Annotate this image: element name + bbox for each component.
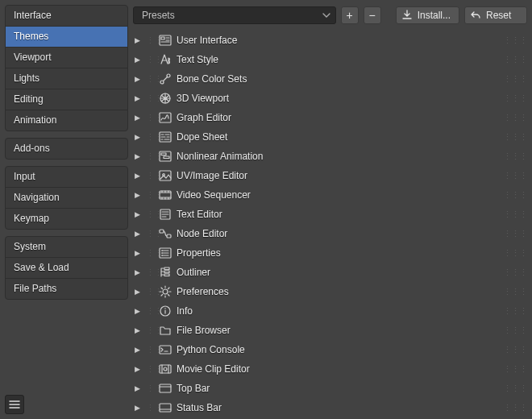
disclosure-triangle-icon[interactable]: ▶: [133, 172, 141, 180]
drag-grip-icon[interactable]: ⋮⋮: [146, 248, 154, 259]
drag-grip-icon[interactable]: ⋮⋮: [146, 229, 154, 239]
drag-grip-icon[interactable]: ⋮⋮: [146, 55, 154, 65]
disclosure-triangle-icon[interactable]: ▶: [133, 210, 141, 218]
disclosure-triangle-icon[interactable]: ▶: [133, 114, 141, 122]
disclosure-triangle-icon[interactable]: ▶: [133, 56, 141, 64]
drag-grip-icon[interactable]: ⋮⋮⋮: [503, 345, 527, 355]
drag-grip-icon[interactable]: ⋮⋮⋮: [503, 403, 527, 413]
sidebar-item-themes[interactable]: Themes: [6, 27, 127, 48]
disclosure-triangle-icon[interactable]: ▶: [133, 268, 141, 276]
theme-section-label[interactable]: Properties: [177, 247, 498, 259]
theme-section-label[interactable]: Status Bar: [177, 402, 498, 413]
sidebar-item-interface[interactable]: Interface: [6, 6, 127, 27]
theme-section-label[interactable]: Python Console: [177, 344, 498, 355]
drag-grip-icon[interactable]: ⋮⋮⋮: [503, 364, 527, 375]
theme-section-label[interactable]: Info: [177, 305, 498, 317]
disclosure-triangle-icon[interactable]: ▶: [133, 404, 141, 412]
disclosure-triangle-icon[interactable]: ▶: [133, 307, 141, 315]
sidebar-item-file-paths[interactable]: File Paths: [6, 279, 127, 299]
sidebar-item-animation[interactable]: Animation: [6, 110, 127, 131]
presets-dropdown[interactable]: Presets: [133, 6, 336, 24]
sidebar-item-editing[interactable]: Editing: [6, 89, 127, 110]
theme-section-label[interactable]: Node Editor: [177, 228, 498, 239]
drag-grip-icon[interactable]: ⋮⋮⋮: [503, 326, 527, 336]
drag-grip-icon[interactable]: ⋮⋮⋮: [503, 190, 527, 201]
disclosure-triangle-icon[interactable]: ▶: [133, 191, 141, 199]
sidebar-item-navigation[interactable]: Navigation: [6, 188, 127, 209]
theme-section-label[interactable]: Graph Editor: [177, 112, 498, 123]
theme-section-label[interactable]: User Interface: [177, 35, 498, 46]
theme-section-label[interactable]: UV/Image Editor: [177, 170, 498, 181]
disclosure-triangle-icon[interactable]: ▶: [133, 36, 141, 44]
drag-grip-icon[interactable]: ⋮⋮: [146, 113, 154, 123]
theme-section-label[interactable]: 3D Viewport: [177, 93, 498, 104]
drag-grip-icon[interactable]: ⋮⋮: [146, 35, 154, 46]
drag-grip-icon[interactable]: ⋮⋮: [146, 345, 154, 355]
drag-grip-icon[interactable]: ⋮⋮⋮: [503, 113, 527, 123]
theme-section-label[interactable]: Video Sequencer: [177, 189, 498, 201]
theme-section-label[interactable]: Dope Sheet: [177, 131, 498, 143]
drag-grip-icon[interactable]: ⋮⋮: [146, 210, 154, 220]
sidebar-item-lights[interactable]: Lights: [6, 68, 127, 89]
drag-grip-icon[interactable]: ⋮⋮⋮: [503, 306, 527, 317]
theme-section-label[interactable]: Bone Color Sets: [177, 73, 498, 85]
disclosure-triangle-icon[interactable]: ▶: [133, 288, 141, 296]
preset-add-button[interactable]: +: [341, 6, 359, 24]
disclosure-triangle-icon[interactable]: ▶: [133, 94, 141, 102]
sidebar-item-add-ons[interactable]: Add-ons: [6, 139, 127, 159]
drag-grip-icon[interactable]: ⋮⋮: [146, 287, 154, 297]
drag-grip-icon[interactable]: ⋮⋮⋮: [503, 287, 527, 297]
drag-grip-icon[interactable]: ⋮⋮⋮: [503, 35, 527, 46]
drag-grip-icon[interactable]: ⋮⋮: [146, 403, 154, 413]
theme-section-label[interactable]: Text Style: [177, 54, 498, 65]
drag-grip-icon[interactable]: ⋮⋮: [146, 306, 154, 317]
disclosure-triangle-icon[interactable]: ▶: [133, 152, 141, 160]
drag-grip-icon[interactable]: ⋮⋮: [146, 171, 154, 181]
theme-section-label[interactable]: Text Editor: [177, 209, 498, 220]
sidebar-item-viewport[interactable]: Viewport: [6, 48, 127, 68]
disclosure-triangle-icon[interactable]: ▶: [133, 365, 141, 373]
sidebar-item-keymap[interactable]: Keymap: [6, 209, 127, 229]
drag-grip-icon[interactable]: ⋮⋮⋮: [503, 93, 527, 104]
drag-grip-icon[interactable]: ⋮⋮⋮: [503, 248, 527, 259]
drag-grip-icon[interactable]: ⋮⋮: [146, 384, 154, 394]
text-style-icon: [159, 53, 172, 66]
drag-grip-icon[interactable]: ⋮⋮⋮: [503, 171, 527, 181]
drag-grip-icon[interactable]: ⋮⋮⋮: [503, 384, 527, 394]
reset-button[interactable]: Reset: [464, 6, 527, 24]
disclosure-triangle-icon[interactable]: ▶: [133, 384, 141, 392]
disclosure-triangle-icon[interactable]: ▶: [133, 346, 141, 354]
drag-grip-icon[interactable]: ⋮⋮: [146, 364, 154, 375]
disclosure-triangle-icon[interactable]: ▶: [133, 133, 141, 141]
theme-section-label[interactable]: Preferences: [177, 286, 498, 297]
preset-remove-button[interactable]: −: [364, 6, 381, 24]
theme-section-label[interactable]: Outliner: [177, 267, 498, 278]
install-button[interactable]: Install...: [396, 6, 459, 24]
drag-grip-icon[interactable]: ⋮⋮⋮: [503, 229, 527, 239]
theme-section-label[interactable]: Movie Clip Editor: [177, 363, 498, 375]
drag-grip-icon[interactable]: ⋮⋮: [146, 326, 154, 336]
disclosure-triangle-icon[interactable]: ▶: [133, 326, 141, 334]
drag-grip-icon[interactable]: ⋮⋮⋮: [503, 132, 527, 143]
drag-grip-icon[interactable]: ⋮⋮⋮: [503, 151, 527, 162]
sidebar-item-input[interactable]: Input: [6, 167, 127, 188]
disclosure-triangle-icon[interactable]: ▶: [133, 75, 141, 83]
sidebar-item-save-load[interactable]: Save & Load: [6, 258, 127, 279]
drag-grip-icon[interactable]: ⋮⋮⋮: [503, 55, 527, 65]
drag-grip-icon[interactable]: ⋮⋮⋮: [503, 268, 527, 278]
drag-grip-icon[interactable]: ⋮⋮⋮: [503, 210, 527, 220]
drag-grip-icon[interactable]: ⋮⋮: [146, 151, 154, 162]
drag-grip-icon[interactable]: ⋮⋮: [146, 190, 154, 201]
hamburger-menu-button[interactable]: [5, 395, 24, 414]
theme-section-label[interactable]: Top Bar: [177, 383, 498, 394]
drag-grip-icon[interactable]: ⋮⋮: [146, 268, 154, 278]
theme-section-label[interactable]: Nonlinear Animation: [177, 151, 498, 162]
drag-grip-icon[interactable]: ⋮⋮: [146, 74, 154, 85]
sidebar-item-system[interactable]: System: [6, 237, 127, 258]
drag-grip-icon[interactable]: ⋮⋮: [146, 132, 154, 143]
drag-grip-icon[interactable]: ⋮⋮⋮: [503, 74, 527, 85]
disclosure-triangle-icon[interactable]: ▶: [133, 249, 141, 257]
theme-section-label[interactable]: File Browser: [177, 325, 498, 336]
drag-grip-icon[interactable]: ⋮⋮: [146, 93, 154, 104]
disclosure-triangle-icon[interactable]: ▶: [133, 230, 141, 238]
